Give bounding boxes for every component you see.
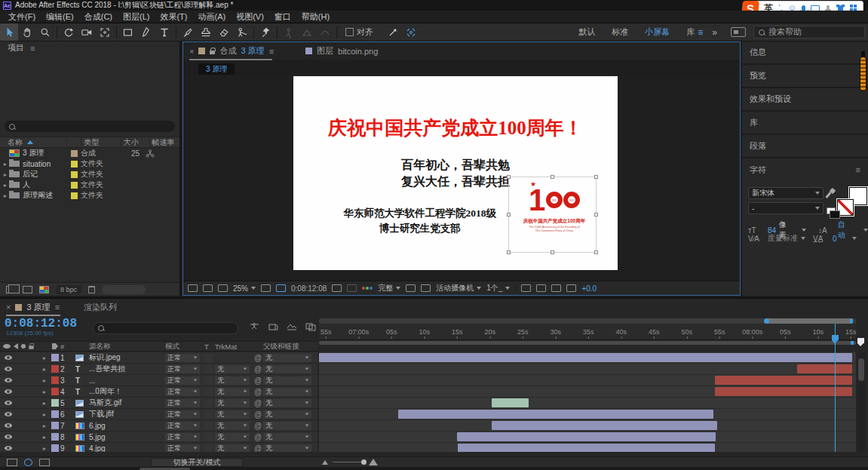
layer-duration-bar[interactable] xyxy=(319,353,852,362)
orange-scroll-indicator[interactable] xyxy=(860,57,866,91)
layer-label-swatch[interactable] xyxy=(51,399,59,407)
expand-arrow-icon[interactable]: ► xyxy=(0,193,9,198)
workspace-overflow[interactable]: » xyxy=(706,27,723,38)
layer-visibility-icon[interactable] xyxy=(5,401,12,405)
layer-visibility-icon[interactable] xyxy=(5,446,12,450)
layer-visibility-icon[interactable] xyxy=(5,367,12,371)
parent-dropdown[interactable]: 无 xyxy=(263,365,311,373)
always-preview-icon[interactable] xyxy=(188,284,198,292)
render-queue-tab[interactable]: 渲染队列 xyxy=(84,302,117,313)
selection-bounding-box[interactable] xyxy=(508,177,597,253)
motion-path-icon[interactable] xyxy=(402,23,420,41)
help-search-box[interactable]: 搜索帮助 xyxy=(753,26,865,38)
comp-end-marker[interactable] xyxy=(857,338,864,343)
expand-transfer-controls-icon[interactable] xyxy=(24,459,32,466)
project-row[interactable]: ► 后记 文件夹 xyxy=(0,169,179,180)
bit-depth[interactable]: 8 bpc xyxy=(56,285,81,294)
expand-arrow-icon[interactable]: ► xyxy=(0,172,9,177)
layer-label-swatch[interactable] xyxy=(51,433,59,441)
zoom-out-icon[interactable] xyxy=(322,460,328,465)
pan-behind-tool-icon[interactable] xyxy=(96,23,114,41)
menu-item[interactable]: 合成(C) xyxy=(79,11,118,23)
new-composition-icon[interactable] xyxy=(39,286,49,293)
work-area-bar[interactable] xyxy=(319,341,856,345)
trkmat-dropdown[interactable]: 无 xyxy=(215,422,250,430)
interpret-footage-icon[interactable] xyxy=(6,286,16,293)
menu-item[interactable]: 动画(A) xyxy=(193,11,232,23)
col-name[interactable]: 名称 xyxy=(8,137,23,148)
label-swatch[interactable] xyxy=(71,192,78,199)
layer-row[interactable]: ► 9 4.jpg 正常 无 @ 无 xyxy=(0,443,317,452)
zoom-in-icon[interactable] xyxy=(369,459,378,465)
timeline-search-box[interactable] xyxy=(93,322,238,334)
layer-row[interactable]: ► 6 下载.jfif 正常 无 @ 无 xyxy=(0,409,317,420)
trkmat-dropdown[interactable]: 无 xyxy=(215,410,250,419)
layer-visibility-icon[interactable] xyxy=(5,378,12,382)
exposure-aperture-icon[interactable] xyxy=(566,284,576,292)
blend-mode-dropdown[interactable]: 正常 xyxy=(165,444,200,453)
close-tab-icon[interactable]: × xyxy=(6,303,11,312)
parent-dropdown[interactable]: 无 xyxy=(263,388,311,396)
panel-tab-效果和预设[interactable]: 效果和预设 xyxy=(742,88,868,112)
project-tab[interactable]: 项目 xyxy=(8,42,24,54)
blend-mode-dropdown[interactable]: 正常 xyxy=(165,422,200,430)
layer-track[interactable] xyxy=(319,352,856,364)
layer-label-swatch[interactable] xyxy=(51,444,59,452)
layer-duration-bar[interactable] xyxy=(715,376,852,385)
comp-breadcrumb[interactable]: 3 原理 xyxy=(198,63,235,75)
resolution-dropdown[interactable]: 完整 xyxy=(378,283,400,293)
puppet-pin-tool-icon[interactable] xyxy=(256,23,275,41)
toggle-switches-modes-button[interactable]: 切换开关/模式 xyxy=(151,458,243,467)
menu-item[interactable]: 编辑(E) xyxy=(41,11,79,23)
shy-layers-icon[interactable] xyxy=(287,322,297,331)
region-of-interest-icon[interactable] xyxy=(276,284,286,292)
t-switch[interactable] xyxy=(204,388,213,396)
time-navigator-handle[interactable] xyxy=(765,318,852,324)
layer-track[interactable] xyxy=(319,409,856,420)
layer-row[interactable]: ► 7 6.jpg 正常 无 @ 无 xyxy=(0,420,317,432)
current-timecode[interactable]: 0:08:12:08 xyxy=(5,317,77,330)
magnification-dropdown[interactable]: 25% xyxy=(233,284,256,293)
parent-dropdown[interactable]: 无 xyxy=(263,399,311,407)
blend-mode-dropdown[interactable]: 正常 xyxy=(165,388,200,396)
comp-mini-flowchart-icon[interactable] xyxy=(249,322,259,331)
zoom-slider[interactable] xyxy=(333,462,364,462)
item-name[interactable]: 后记 xyxy=(23,169,69,180)
layer-label-swatch[interactable] xyxy=(51,376,59,384)
rectangle-tool-icon[interactable] xyxy=(119,23,137,41)
layer-name[interactable]: 6.jpg xyxy=(89,422,165,430)
stamp-tool-icon[interactable] xyxy=(197,23,215,41)
fill-stroke-swatches[interactable] xyxy=(837,187,867,216)
layer-track[interactable] xyxy=(319,420,856,432)
project-flowchart-pill[interactable] xyxy=(102,285,146,294)
trkmat-dropdown[interactable]: 无 xyxy=(215,388,250,396)
col-size[interactable]: 大小 xyxy=(124,137,147,148)
label-swatch[interactable] xyxy=(71,182,78,189)
layer-name[interactable]: ...吾辈共担 xyxy=(89,364,165,374)
line-tool-icon[interactable] xyxy=(384,23,402,41)
layer-name[interactable]: 标识.jpeg xyxy=(89,352,165,363)
layer-name[interactable]: 5.jpg xyxy=(89,433,165,441)
trkmat-dropdown[interactable]: 无 xyxy=(215,399,250,407)
font-style-dropdown[interactable]: - xyxy=(748,202,824,214)
playhead-handle[interactable] xyxy=(832,335,839,340)
expand-arrow-icon[interactable]: ► xyxy=(39,412,50,417)
t-switch[interactable] xyxy=(204,365,213,373)
layer-visibility-icon[interactable] xyxy=(5,412,12,416)
layer-visibility-icon[interactable] xyxy=(5,355,12,360)
layer-row[interactable]: ► 2 T ...吾辈共担 正常 无 @ 无 xyxy=(0,364,317,375)
item-name[interactable]: 3 原理 xyxy=(23,148,69,158)
layer-row[interactable]: ► 3 T ... 正常 无 @ 无 xyxy=(0,375,317,386)
timeline-vertical-scrollbar[interactable] xyxy=(857,352,865,452)
col-t[interactable]: T xyxy=(204,343,215,351)
time-ruler[interactable]: 55s07:00s05s10s15s20s25s30s35s40s45s50s5… xyxy=(319,324,856,340)
layer-row[interactable]: ► 4 T ...0周年！ 正常 无 @ 无 xyxy=(0,386,317,398)
col-source-name[interactable]: 源名称 xyxy=(89,342,165,352)
col-parent[interactable]: 父级和链接 xyxy=(263,342,317,352)
col-mode[interactable]: 模式 xyxy=(165,342,204,352)
t-switch[interactable] xyxy=(204,354,213,362)
panel-menu-icon[interactable]: ≡ xyxy=(55,303,60,312)
layer-label-swatch[interactable] xyxy=(51,422,59,429)
t-switch[interactable] xyxy=(204,444,213,453)
expand-arrow-icon[interactable]: ► xyxy=(39,401,50,406)
